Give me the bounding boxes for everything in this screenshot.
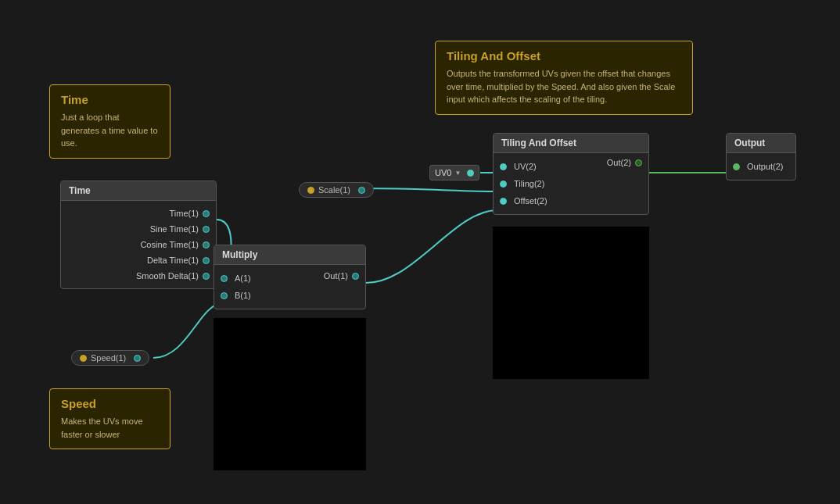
uv0-dropdown[interactable]: UV0 ▼	[429, 165, 479, 181]
multiply-port-out[interactable]	[352, 273, 359, 280]
speed-pill-node[interactable]: Speed(1)	[71, 350, 149, 366]
speed-port-right[interactable]	[134, 355, 141, 362]
scale-port-right[interactable]	[358, 187, 365, 194]
scale-pill-label: Scale(1)	[318, 185, 350, 195]
tooltip-tiling-desc: Outputs the transformed UVs given the of…	[447, 67, 681, 106]
scale-port-left	[307, 187, 314, 194]
tiling-port-tiling-in[interactable]	[500, 181, 507, 188]
time-row-delta: Delta Time(1)	[61, 252, 216, 268]
output-port-in[interactable]	[733, 163, 740, 170]
time-node-body: Time(1) Sine Time(1) Cosine Time(1) Delt…	[61, 201, 216, 288]
time-port-sine[interactable]	[203, 226, 210, 233]
tiling-row-tiling: Tiling(2)	[494, 175, 648, 192]
time-row-time: Time(1)	[61, 206, 216, 221]
output-node-body: Output(2)	[727, 153, 795, 180]
time-row-smooth: Smooth Delta(1)	[61, 268, 216, 284]
multiply-row-b: B(1)	[214, 287, 365, 304]
tiling-preview	[493, 227, 649, 379]
time-node-header: Time	[61, 181, 216, 201]
multiply-body: A(1) B(1) Out(1)	[214, 265, 365, 309]
time-port-delta[interactable]	[203, 257, 210, 264]
time-row-cosine: Cosine Time(1)	[61, 237, 216, 252]
multiply-header: Multiply	[214, 245, 365, 265]
tiling-port-uv-in[interactable]	[500, 163, 507, 170]
tooltip-tiling-title: Tiling And Offset	[447, 49, 681, 63]
uv0-arrow-icon: ▼	[454, 170, 461, 177]
tiling-node-header: Tiling And Offset	[494, 134, 648, 153]
tiling-node: Tiling And Offset UV(2) Tiling(2) Offset…	[493, 133, 649, 215]
time-port-smooth[interactable]	[203, 273, 210, 280]
time-node: Time Time(1) Sine Time(1) Cosine Time(1)…	[60, 181, 217, 289]
time-row-sine: Sine Time(1)	[61, 221, 216, 237]
time-port-time[interactable]	[203, 210, 210, 217]
tooltip-time: Time Just a loop that generates a time v…	[49, 84, 171, 159]
multiply-node: Multiply A(1) B(1) Out(1)	[214, 245, 366, 309]
multiply-port-a-left[interactable]	[221, 275, 228, 282]
tiling-node-body: UV(2) Tiling(2) Offset(2) Out(2)	[494, 153, 648, 214]
tooltip-tiling-and-offset: Tiling And Offset Outputs the transforme…	[435, 41, 693, 115]
multiply-preview	[214, 318, 366, 470]
speed-port-left	[80, 355, 87, 362]
tooltip-speed-desc: Makes the UVs move faster or slower	[61, 415, 159, 441]
output-node: Output Output(2)	[726, 133, 796, 181]
multiply-port-b-left[interactable]	[221, 292, 228, 299]
tiling-port-offset-in[interactable]	[500, 198, 507, 205]
speed-pill-label: Speed(1)	[91, 353, 126, 363]
tooltip-speed-title: Speed	[61, 397, 159, 410]
multiply-row-out: Out(1)	[318, 267, 365, 284]
tooltip-speed: Speed Makes the UVs move faster or slowe…	[49, 388, 171, 449]
scale-pill-node[interactable]: Scale(1)	[299, 182, 374, 198]
tooltip-time-desc: Just a loop that generates a time value …	[61, 111, 159, 150]
uv0-port-right[interactable]	[467, 170, 474, 177]
tooltip-time-title: Time	[61, 93, 159, 106]
tiling-row-offset: Offset(2)	[494, 192, 648, 209]
output-row: Output(2)	[727, 158, 795, 175]
tiling-out-label: Out(2)	[607, 158, 631, 167]
time-port-cosine[interactable]	[203, 241, 210, 248]
output-node-header: Output	[727, 134, 795, 153]
tiling-port-out[interactable]	[635, 159, 642, 166]
uv0-label: UV0	[435, 168, 451, 177]
